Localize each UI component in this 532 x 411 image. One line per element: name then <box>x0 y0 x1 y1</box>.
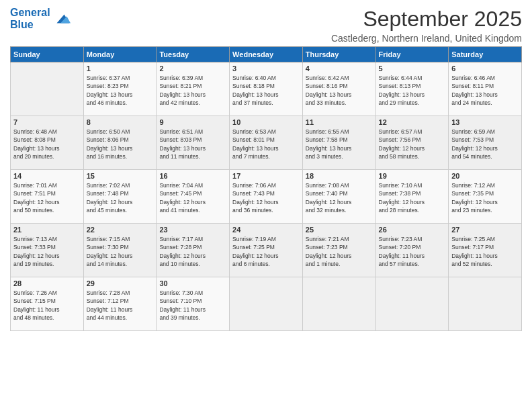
day-info: Sunrise: 6:46 AMSunset: 8:11 PMDaylight:… <box>451 74 519 107</box>
day-info: Sunrise: 6:50 AMSunset: 8:06 PMDaylight:… <box>87 128 154 161</box>
day-info: Sunrise: 6:55 AMSunset: 7:58 PMDaylight:… <box>306 128 373 161</box>
day-number: 29 <box>87 279 154 287</box>
day-info: Sunrise: 6:57 AMSunset: 7:56 PMDaylight:… <box>379 128 446 161</box>
day-number: 28 <box>13 279 81 287</box>
calendar-cell: 25Sunrise: 7:21 AMSunset: 7:23 PMDayligh… <box>302 224 375 277</box>
logo-text: General Blue <box>10 7 50 30</box>
day-info: Sunrise: 6:42 AMSunset: 8:16 PMDaylight:… <box>306 74 373 107</box>
calendar-cell: 3Sunrise: 6:40 AMSunset: 8:18 PMDaylight… <box>230 62 303 116</box>
day-number: 18 <box>306 172 373 180</box>
day-number: 25 <box>306 226 373 234</box>
day-info: Sunrise: 7:30 AMSunset: 7:10 PMDaylight:… <box>159 289 226 322</box>
day-info: Sunrise: 7:04 AMSunset: 7:45 PMDaylight:… <box>159 181 226 214</box>
weekday-header-thursday: Thursday <box>302 47 375 62</box>
day-number: 14 <box>13 172 81 180</box>
calendar-cell: 30Sunrise: 7:30 AMSunset: 7:10 PMDayligh… <box>157 277 230 331</box>
calendar-cell <box>230 277 303 331</box>
calendar-cell: 28Sunrise: 7:26 AMSunset: 7:15 PMDayligh… <box>11 277 84 331</box>
day-info: Sunrise: 7:15 AMSunset: 7:30 PMDaylight:… <box>87 235 154 268</box>
calendar-week-4: 21Sunrise: 7:13 AMSunset: 7:33 PMDayligh… <box>11 224 522 277</box>
day-number: 10 <box>232 118 300 126</box>
calendar-cell: 26Sunrise: 7:23 AMSunset: 7:20 PMDayligh… <box>375 224 449 277</box>
calendar-cell: 10Sunrise: 6:53 AMSunset: 8:01 PMDayligh… <box>230 116 303 170</box>
day-info: Sunrise: 6:39 AMSunset: 8:21 PMDaylight:… <box>159 74 226 107</box>
day-number: 13 <box>451 118 519 126</box>
calendar-week-1: 1Sunrise: 6:37 AMSunset: 8:23 PMDaylight… <box>11 62 522 116</box>
day-number: 19 <box>379 172 446 180</box>
day-number: 22 <box>87 226 154 234</box>
day-info: Sunrise: 7:08 AMSunset: 7:40 PMDaylight:… <box>306 181 373 214</box>
location: Castlederg, Northern Ireland, United Kin… <box>331 33 522 44</box>
day-info: Sunrise: 7:01 AMSunset: 7:51 PMDaylight:… <box>13 181 81 214</box>
weekday-header-wednesday: Wednesday <box>230 47 303 62</box>
day-number: 5 <box>379 64 446 73</box>
calendar-cell: 18Sunrise: 7:08 AMSunset: 7:40 PMDayligh… <box>302 170 375 224</box>
calendar-week-3: 14Sunrise: 7:01 AMSunset: 7:51 PMDayligh… <box>11 170 522 224</box>
weekday-header-monday: Monday <box>83 47 157 62</box>
weekday-header-tuesday: Tuesday <box>157 47 230 62</box>
day-info: Sunrise: 6:53 AMSunset: 8:01 PMDaylight:… <box>232 128 300 161</box>
calendar-week-2: 7Sunrise: 6:48 AMSunset: 8:08 PMDaylight… <box>11 116 522 170</box>
day-number: 21 <box>13 226 81 234</box>
day-number: 11 <box>306 118 373 126</box>
day-number: 30 <box>159 279 226 287</box>
calendar-cell: 23Sunrise: 7:17 AMSunset: 7:28 PMDayligh… <box>157 224 230 277</box>
day-info: Sunrise: 7:06 AMSunset: 7:43 PMDaylight:… <box>232 181 300 214</box>
day-info: Sunrise: 6:51 AMSunset: 8:03 PMDaylight:… <box>159 128 226 161</box>
calendar-cell: 14Sunrise: 7:01 AMSunset: 7:51 PMDayligh… <box>11 170 84 224</box>
day-number: 15 <box>87 172 154 180</box>
day-number: 4 <box>306 64 373 73</box>
calendar-cell: 13Sunrise: 6:59 AMSunset: 7:53 PMDayligh… <box>449 116 522 170</box>
day-info: Sunrise: 7:23 AMSunset: 7:20 PMDaylight:… <box>379 235 446 268</box>
day-info: Sunrise: 7:21 AMSunset: 7:23 PMDaylight:… <box>306 235 373 268</box>
day-info: Sunrise: 6:59 AMSunset: 7:53 PMDaylight:… <box>451 128 519 161</box>
calendar-cell: 4Sunrise: 6:42 AMSunset: 8:16 PMDaylight… <box>302 62 375 116</box>
calendar-cell <box>302 277 375 331</box>
calendar-cell: 1Sunrise: 6:37 AMSunset: 8:23 PMDaylight… <box>83 62 157 116</box>
weekday-header-friday: Friday <box>375 47 449 62</box>
calendar-cell: 16Sunrise: 7:04 AMSunset: 7:45 PMDayligh… <box>157 170 230 224</box>
day-number: 16 <box>159 172 226 180</box>
day-number: 1 <box>87 64 154 73</box>
day-info: Sunrise: 6:40 AMSunset: 8:18 PMDaylight:… <box>232 74 300 107</box>
month-title: September 2025 <box>331 7 522 32</box>
calendar-cell: 27Sunrise: 7:25 AMSunset: 7:17 PMDayligh… <box>449 224 522 277</box>
calendar-table: SundayMondayTuesdayWednesdayThursdayFrid… <box>10 46 522 331</box>
day-info: Sunrise: 7:26 AMSunset: 7:15 PMDaylight:… <box>13 289 81 322</box>
day-number: 9 <box>159 118 226 126</box>
day-info: Sunrise: 7:13 AMSunset: 7:33 PMDaylight:… <box>13 235 81 268</box>
day-info: Sunrise: 6:44 AMSunset: 8:13 PMDaylight:… <box>379 74 446 107</box>
day-number: 27 <box>451 226 519 234</box>
calendar-cell: 9Sunrise: 6:51 AMSunset: 8:03 PMDaylight… <box>157 116 230 170</box>
day-number: 23 <box>159 226 226 234</box>
day-number: 8 <box>87 118 154 126</box>
day-info: Sunrise: 7:02 AMSunset: 7:48 PMDaylight:… <box>87 181 154 214</box>
calendar-cell: 24Sunrise: 7:19 AMSunset: 7:25 PMDayligh… <box>230 224 303 277</box>
day-info: Sunrise: 7:12 AMSunset: 7:35 PMDaylight:… <box>451 181 519 214</box>
day-number: 12 <box>379 118 446 126</box>
calendar-cell: 22Sunrise: 7:15 AMSunset: 7:30 PMDayligh… <box>83 224 157 277</box>
calendar-cell: 19Sunrise: 7:10 AMSunset: 7:38 PMDayligh… <box>375 170 449 224</box>
day-number: 26 <box>379 226 446 234</box>
calendar-cell: 12Sunrise: 6:57 AMSunset: 7:56 PMDayligh… <box>375 116 449 170</box>
calendar-cell: 2Sunrise: 6:39 AMSunset: 8:21 PMDaylight… <box>157 62 230 116</box>
calendar-cell: 21Sunrise: 7:13 AMSunset: 7:33 PMDayligh… <box>11 224 84 277</box>
day-info: Sunrise: 7:25 AMSunset: 7:17 PMDaylight:… <box>451 235 519 268</box>
day-number: 6 <box>451 64 519 73</box>
logo: General Blue <box>10 7 71 30</box>
day-info: Sunrise: 7:10 AMSunset: 7:38 PMDaylight:… <box>379 181 446 214</box>
calendar-cell: 17Sunrise: 7:06 AMSunset: 7:43 PMDayligh… <box>230 170 303 224</box>
calendar-cell: 29Sunrise: 7:28 AMSunset: 7:12 PMDayligh… <box>83 277 157 331</box>
calendar-cell <box>375 277 449 331</box>
day-info: Sunrise: 6:48 AMSunset: 8:08 PMDaylight:… <box>13 128 81 161</box>
day-info: Sunrise: 7:28 AMSunset: 7:12 PMDaylight:… <box>87 289 154 322</box>
calendar-cell: 15Sunrise: 7:02 AMSunset: 7:48 PMDayligh… <box>83 170 157 224</box>
calendar-cell: 7Sunrise: 6:48 AMSunset: 8:08 PMDaylight… <box>11 116 84 170</box>
day-number: 3 <box>232 64 300 73</box>
calendar-cell: 8Sunrise: 6:50 AMSunset: 8:06 PMDaylight… <box>83 116 157 170</box>
calendar-week-5: 28Sunrise: 7:26 AMSunset: 7:15 PMDayligh… <box>11 277 522 331</box>
calendar-cell <box>449 277 522 331</box>
day-number: 7 <box>13 118 81 126</box>
page-container: General Blue September 2025 Castlederg, … <box>0 0 532 338</box>
weekday-header-saturday: Saturday <box>449 47 522 62</box>
